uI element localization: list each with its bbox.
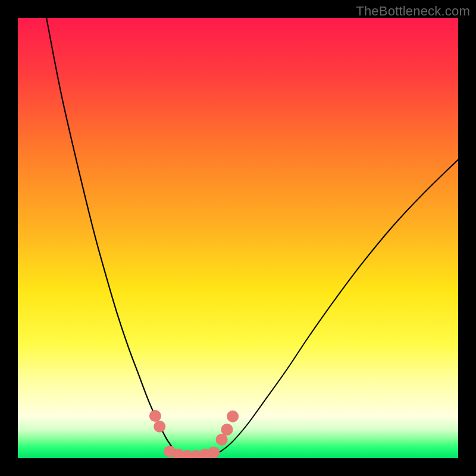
scatter-point (154, 421, 165, 433)
scatter-point (221, 424, 233, 436)
chart-frame: TheBottleneck.com (0, 0, 476, 476)
plot-area (18, 18, 458, 458)
scatter-point (216, 434, 228, 446)
scatter-point (149, 410, 161, 422)
scatter-point (227, 411, 239, 422)
watermark-text: TheBottleneck.com (356, 4, 470, 19)
scatter-point (208, 446, 220, 458)
gradient-background (18, 18, 458, 458)
chart-svg (18, 18, 458, 458)
